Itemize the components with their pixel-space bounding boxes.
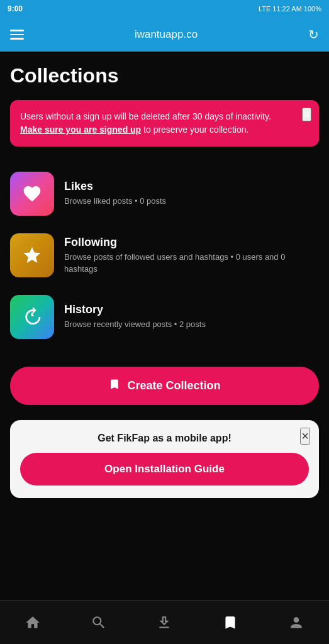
following-info: Following Browse posts of followed users… xyxy=(64,236,319,274)
likes-name: Likes xyxy=(64,180,319,193)
collection-list: Likes Browse liked posts • 0 posts Follo… xyxy=(10,164,319,347)
likes-info: Likes Browse liked posts • 0 posts xyxy=(64,180,319,207)
header: iwantuapp.co ↻ xyxy=(0,18,329,52)
app-banner-close-button[interactable]: × xyxy=(300,428,310,445)
following-icon xyxy=(10,233,54,277)
warning-text2: to preserve your collection. xyxy=(141,125,248,135)
header-title: iwantuapp.co xyxy=(135,28,198,41)
status-bar: 9:00 LTE 11:22 AM 100% xyxy=(0,0,329,18)
status-time: 9:00 xyxy=(8,4,23,13)
warning-text1: Users without a sign up will be deleted … xyxy=(20,111,271,121)
create-collection-icon xyxy=(108,378,121,394)
main-content: Collections Users without a sign up will… xyxy=(0,52,329,571)
create-collection-label: Create Collection xyxy=(127,379,220,392)
collection-item-history[interactable]: History Browse recently viewed posts • 2… xyxy=(10,287,319,347)
following-name: Following xyxy=(64,236,319,249)
status-indicators: LTE 11:22 AM 100% xyxy=(259,5,321,13)
nav-profile[interactable] xyxy=(276,609,317,636)
history-name: History xyxy=(64,303,319,316)
bottom-nav xyxy=(0,600,329,644)
history-info: History Browse recently viewed posts • 2… xyxy=(64,303,319,330)
collection-item-following[interactable]: Following Browse posts of followed users… xyxy=(10,226,319,285)
collection-item-likes[interactable]: Likes Browse liked posts • 0 posts xyxy=(10,164,319,223)
warning-close-button[interactable]: × xyxy=(302,108,311,121)
warning-banner: Users without a sign up will be deleted … xyxy=(10,100,319,147)
nav-bookmarks[interactable] xyxy=(209,609,251,636)
nav-home[interactable] xyxy=(12,609,53,636)
history-desc: Browse recently viewed posts • 2 posts xyxy=(64,319,319,330)
warning-link[interactable]: Make sure you are signed up xyxy=(20,125,141,135)
menu-button[interactable] xyxy=(10,30,24,40)
app-banner-title: Get FikFap as a mobile app! xyxy=(20,433,309,444)
open-installation-guide-button[interactable]: Open Installation Guide xyxy=(20,453,309,486)
refresh-button[interactable]: ↻ xyxy=(308,27,319,42)
following-desc: Browse posts of followed users and hasht… xyxy=(64,252,319,274)
nav-search[interactable] xyxy=(78,609,120,636)
history-icon xyxy=(10,295,54,339)
likes-icon xyxy=(10,172,54,216)
nav-download[interactable] xyxy=(143,609,185,636)
bottom-spacer xyxy=(10,508,319,558)
page-title: Collections xyxy=(10,64,319,87)
create-collection-button[interactable]: Create Collection xyxy=(10,367,319,405)
likes-desc: Browse liked posts • 0 posts xyxy=(64,196,319,207)
app-banner: × Get FikFap as a mobile app! Open Insta… xyxy=(10,420,319,498)
